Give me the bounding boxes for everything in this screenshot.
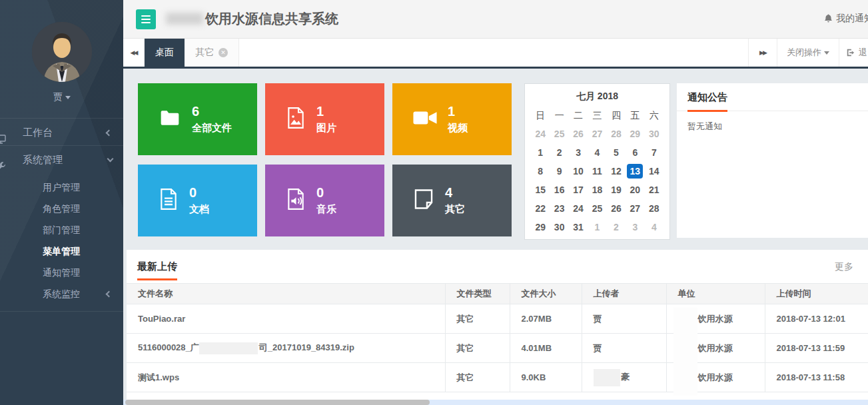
table-row: 5116000028_广司_20171019_84319.zip其它4.01MB… <box>127 334 868 363</box>
calendar-day[interactable]: 6 <box>626 145 644 160</box>
calendar-day[interactable]: 24 <box>531 127 550 141</box>
sidebar-item-sys-monitor[interactable]: 系统监控 <box>0 283 123 304</box>
sidebar-item-label: 系统管理 <box>23 154 63 165</box>
sidebar-item-dept-mgmt[interactable]: 部门管理 <box>0 219 123 240</box>
stat-count: 0 <box>316 185 336 200</box>
calendar-day[interactable]: 23 <box>550 201 568 216</box>
horizontal-scrollbar-thumb[interactable] <box>125 400 430 405</box>
tab-other[interactable]: 其它 ✕ <box>185 39 239 67</box>
calendar-day[interactable]: 29 <box>626 127 644 141</box>
calendar-month-title: 七月 2018 <box>531 91 663 103</box>
stat-card-docs[interactable]: 0文档 <box>138 165 257 236</box>
calendar-day[interactable]: 2 <box>607 220 626 234</box>
tabs-scroll-forward-button[interactable]: ▶▶ <box>748 39 777 67</box>
more-uploads-link[interactable]: 更多 <box>835 261 853 273</box>
uploads-column-header: 文件类型 <box>445 284 510 304</box>
calendar-day[interactable]: 19 <box>607 183 626 197</box>
close-operations-dropdown[interactable]: 关闭操作 <box>777 39 839 67</box>
calendar-day[interactable]: 25 <box>550 127 568 141</box>
sidebar-item-system-mgmt[interactable]: 系统管理 <box>0 146 123 174</box>
table-cell: 贾 <box>582 304 666 334</box>
tab-desktop[interactable]: 桌面 <box>145 39 185 67</box>
calendar-day[interactable]: 15 <box>531 183 550 197</box>
calendar-day[interactable]: 2 <box>550 145 568 160</box>
calendar-day[interactable]: 10 <box>569 164 588 179</box>
calendar-day[interactable]: 28 <box>645 201 663 216</box>
uploads-column-header: 文件大小 <box>510 284 582 304</box>
avatar[interactable] <box>32 22 92 82</box>
calendar-day[interactable]: 12 <box>607 164 626 179</box>
calendar-day[interactable]: 27 <box>626 201 644 216</box>
calendar-day[interactable]: 1 <box>531 145 550 160</box>
my-notifications-link[interactable]: 我的通知 <box>823 13 868 25</box>
username: 贾 <box>53 91 63 102</box>
stat-card-videos[interactable]: 1视频 <box>392 83 512 155</box>
calendar-day[interactable]: 24 <box>569 201 588 216</box>
calendar-day[interactable]: 30 <box>550 220 568 234</box>
table-cell: 测试1.wps <box>127 363 445 392</box>
sign-out-icon <box>846 48 855 57</box>
stat-card-others[interactable]: 4其它 <box>392 165 512 236</box>
redaction-box <box>674 308 697 395</box>
calendar-day[interactable]: 18 <box>588 183 606 197</box>
calendar-day[interactable]: 8 <box>531 164 550 179</box>
calendar-day[interactable]: 16 <box>550 183 568 197</box>
calendar-day[interactable]: 22 <box>531 201 550 216</box>
logout-button[interactable]: 退 <box>839 39 868 67</box>
table-row: TouPiao.rar其它2.07MB贾饮用水源2018-07-13 12:01 <box>127 304 868 334</box>
calendar-day[interactable]: 11 <box>588 164 606 179</box>
stat-count: 1 <box>448 104 468 119</box>
sidebar-item-menu-mgmt[interactable]: 菜单管理 <box>0 240 123 262</box>
sidebar-item-workbench[interactable]: 工作台 <box>0 118 123 146</box>
calendar-day[interactable]: 26 <box>569 127 588 141</box>
calendar-day[interactable]: 21 <box>645 183 663 197</box>
latest-uploads-panel: 最新上传 更多 文件名称文件类型文件大小上传者单位上传时间 TouPiao.ra… <box>127 250 868 400</box>
hamburger-menu-button[interactable] <box>136 9 156 29</box>
sidebar-item-user-mgmt[interactable]: 用户管理 <box>0 177 123 198</box>
calendar-day[interactable]: 4 <box>645 220 663 234</box>
calendar-day[interactable]: 3 <box>569 145 588 160</box>
sidebar-item-role-mgmt[interactable]: 角色管理 <box>0 198 123 219</box>
calendar-day[interactable]: 25 <box>588 201 606 216</box>
stat-count: 4 <box>445 185 465 200</box>
table-row: 测试1.wps其它9.0KB豪饮用水源2018-07-13 11:58 <box>127 363 868 392</box>
uploads-column-header: 文件名称 <box>127 284 445 304</box>
stat-card-images[interactable]: 1图片 <box>265 83 384 155</box>
calendar-day[interactable]: 29 <box>531 220 550 234</box>
calendar-day[interactable]: 28 <box>607 127 626 141</box>
table-cell: 9.0KB <box>510 363 582 392</box>
table-cell: 2.07MB <box>510 304 582 334</box>
sidebar-item-notice-mgmt[interactable]: 通知管理 <box>0 262 123 283</box>
calendar-day[interactable]: 5 <box>607 145 626 160</box>
calendar-day[interactable]: 31 <box>569 220 588 234</box>
tab-close-icon[interactable]: ✕ <box>218 48 228 57</box>
calendar-weekday: 一 <box>550 108 568 123</box>
calendar-day[interactable]: 14 <box>645 164 663 179</box>
calendar-day[interactable]: 17 <box>569 183 588 197</box>
calendar-day[interactable]: 27 <box>588 127 606 141</box>
bell-icon <box>823 13 833 23</box>
calendar-day[interactable]: 26 <box>607 201 626 216</box>
page-title: 饮用水源信息共享系统 <box>166 10 338 28</box>
table-cell: 其它 <box>445 363 510 392</box>
uploads-column-header: 单位 <box>666 284 765 304</box>
calendar-day[interactable]: 9 <box>550 164 568 179</box>
calendar-day[interactable]: 7 <box>645 145 663 160</box>
calendar-day[interactable]: 4 <box>588 145 606 160</box>
notice-empty-text: 暂无通知 <box>677 111 868 142</box>
stat-card-all-files[interactable]: 6全部文件 <box>138 83 257 155</box>
stat-card-music[interactable]: 0音乐 <box>265 165 384 236</box>
uploads-title-accent-bar <box>137 278 177 280</box>
document-icon <box>158 187 179 214</box>
calendar-day[interactable]: 3 <box>626 220 644 234</box>
user-menu[interactable]: 贾 <box>0 91 123 103</box>
close-operations-label: 关闭操作 <box>787 47 821 59</box>
sidebar-nav: 工作台 系统管理 用户管理角色管理部门管理菜单管理通知管理系统监控 <box>0 118 123 312</box>
calendar-day[interactable]: 20 <box>626 183 644 197</box>
calendar-day[interactable]: 1 <box>588 220 606 234</box>
tabs-scroll-back-button[interactable]: ◀◀ <box>123 39 145 67</box>
caret-down-icon <box>65 96 71 99</box>
calendar-day[interactable]: 30 <box>645 127 663 141</box>
caret-down-icon <box>824 51 829 55</box>
calendar-day-selected[interactable]: 13 <box>626 164 644 179</box>
